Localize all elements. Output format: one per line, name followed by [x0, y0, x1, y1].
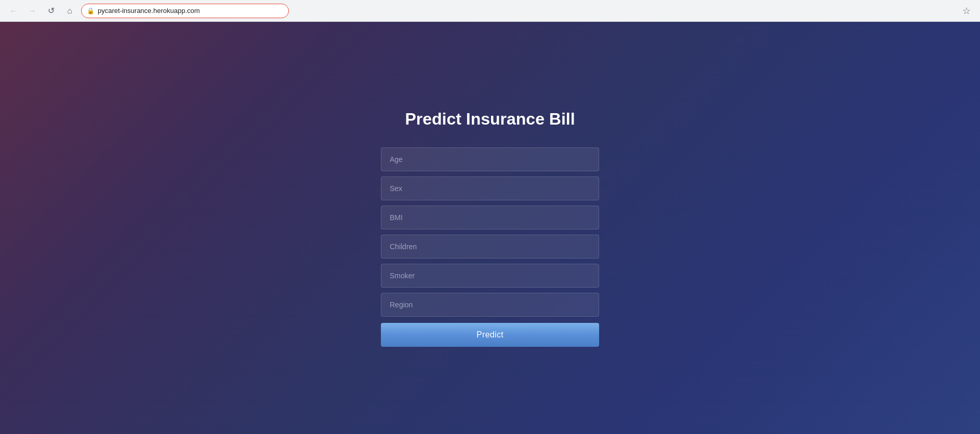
url-text: pycaret-insurance.herokuapp.com	[98, 7, 283, 15]
reload-button[interactable]: ↺	[44, 4, 58, 18]
home-button[interactable]: ⌂	[62, 4, 77, 18]
page-content: Predict Insurance Bill Predict	[0, 22, 980, 434]
bookmark-button[interactable]: ☆	[959, 4, 974, 18]
page-title: Predict Insurance Bill	[405, 110, 575, 129]
smoker-input[interactable]	[381, 264, 599, 288]
age-input[interactable]	[381, 147, 599, 171]
lock-icon: 🔒	[87, 7, 95, 15]
back-button[interactable]: ←	[6, 4, 21, 18]
forward-icon: →	[28, 6, 36, 16]
address-bar[interactable]: 🔒 pycaret-insurance.herokuapp.com	[81, 4, 289, 18]
sex-input[interactable]	[381, 177, 599, 200]
back-icon: ←	[9, 6, 18, 16]
forward-button[interactable]: →	[25, 4, 39, 18]
form-fields: Predict	[381, 147, 599, 347]
region-input[interactable]	[381, 293, 599, 317]
reload-icon: ↺	[48, 6, 55, 16]
form-container: Predict Insurance Bill Predict	[381, 110, 599, 347]
predict-button[interactable]: Predict	[381, 323, 599, 347]
star-icon: ☆	[962, 5, 971, 17]
browser-chrome: ← → ↺ ⌂ 🔒 pycaret-insurance.herokuapp.co…	[0, 0, 980, 22]
bmi-input[interactable]	[381, 206, 599, 229]
home-icon: ⌂	[67, 6, 72, 16]
children-input[interactable]	[381, 235, 599, 259]
